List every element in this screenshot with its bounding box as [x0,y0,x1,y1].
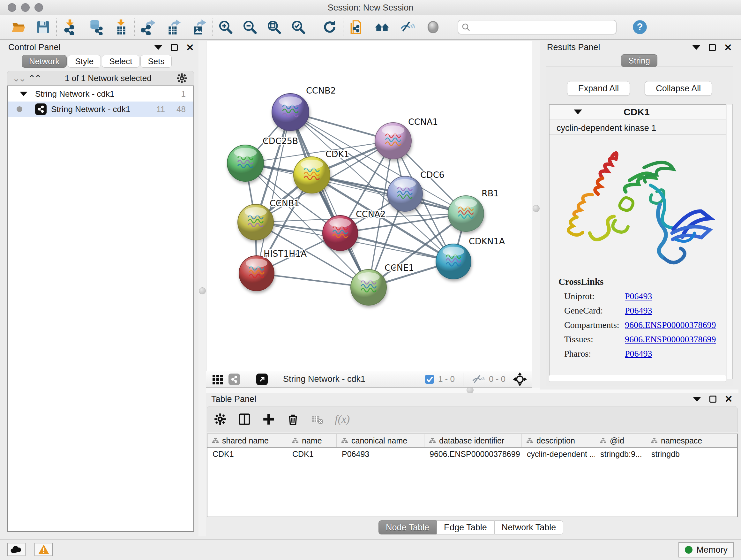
crosslink-link[interactable]: 9606.ENSP00000378699 [625,320,716,330]
panel-float-icon[interactable] [710,395,717,402]
network-canvas[interactable]: CCNB2CCNA1CDC25BCDK1CDC6RB1CCNB1CCNA2CDK… [206,41,532,371]
column-header-database-identifier[interactable]: database identifier [424,434,522,447]
network-options-gear-icon[interactable] [176,72,188,84]
save-session-button[interactable] [33,17,53,37]
zoom-fit-button[interactable] [264,17,284,37]
import-network-database-button[interactable] [85,17,105,37]
open-session-button[interactable] [9,17,29,37]
refresh-button[interactable] [320,17,340,37]
expand-all-networks-icon[interactable]: ⌃⌃ [28,73,41,84]
panel-menu-icon[interactable] [693,397,701,401]
tab-network[interactable]: Network [22,55,67,68]
tab-sets[interactable]: Sets [140,55,172,68]
divider-handle[interactable] [467,387,474,394]
delete-column-icon[interactable] [286,413,300,426]
string-network-icon [35,104,47,115]
import-table-button[interactable] [111,17,131,37]
zoom-in-button[interactable] [216,17,235,37]
import-network-file-button[interactable] [60,17,80,37]
panel-float-icon[interactable] [709,44,716,51]
export-table-button[interactable] [163,17,183,37]
cloud-button[interactable] [7,543,25,556]
grid-view-icon[interactable] [211,373,224,386]
panel-float-icon[interactable] [171,44,178,51]
left-panel-divider[interactable] [199,41,206,537]
tab-string[interactable]: String [621,54,657,67]
add-column-icon[interactable] [262,413,275,426]
column-header-description[interactable]: description [522,434,595,447]
divider-handle[interactable] [533,205,540,212]
warning-icon [38,544,50,555]
toolbar-separator [56,18,57,36]
warning-button[interactable] [35,543,53,556]
table-cell[interactable]: stringdb:9... [595,448,646,460]
memory-button[interactable]: Memory [678,542,734,557]
results-horizontal-scrollbar[interactable] [549,375,726,382]
collection-expand-icon[interactable] [20,91,27,96]
selected-checkbox-icon[interactable] [425,374,434,384]
column-header-canonical-name[interactable]: canonical name [337,434,424,447]
collapse-all-networks-icon[interactable]: ⌄⌄ [12,73,25,84]
tab-network-table[interactable]: Network Table [494,520,563,535]
export-network-button[interactable] [138,17,158,37]
panel-menu-icon[interactable] [154,45,162,50]
network-node-CDKN1A[interactable]: CDKN1A [436,236,505,279]
help-button[interactable]: ? [630,17,650,37]
birds-eye-toggle-icon[interactable] [513,372,527,387]
network-collection-row[interactable]: String Network - cdk1 1 [8,86,193,102]
table-cell[interactable]: CDK1 [207,448,287,460]
network-edge[interactable] [290,112,368,287]
table-cell[interactable]: cyclin-dependent ... [522,448,595,460]
hide-unhide-button[interactable] [398,17,417,37]
network-node-CDC6[interactable]: CDC6 [387,170,445,211]
zoom-out-button[interactable] [240,17,260,37]
show-columns-icon[interactable] [238,413,251,426]
network-node-HIST1H1A[interactable]: HIST1H1A [239,249,307,291]
table-options-gear-icon[interactable] [213,413,227,426]
clone-network-button[interactable] [347,17,366,37]
crosslink-link[interactable]: P06493 [625,349,652,359]
node-table[interactable]: shared namenamecanonical namedatabase id… [207,434,738,517]
column-header--id[interactable]: @id [595,434,646,447]
column-header-namespace[interactable]: namespace [646,434,738,447]
string-network-graph[interactable]: CCNB2CCNA1CDC25BCDK1CDC6RB1CCNB1CCNA2CDK… [206,41,533,371]
crosslink-link[interactable]: P06493 [625,306,652,316]
table-cell[interactable]: CDK1 [287,448,337,460]
panel-close-icon[interactable]: ✕ [724,44,732,51]
network-node-CDC25B[interactable]: CDC25B [227,136,298,181]
table-cell[interactable]: P06493 [337,448,424,460]
network-node-CCNA1[interactable]: CCNA1 [375,117,438,159]
panel-menu-icon[interactable] [692,45,700,50]
crosslink-link[interactable]: P06493 [625,291,652,301]
open-in-window-icon[interactable] [256,374,268,385]
show-all-button[interactable] [423,17,443,37]
network-node-CCNB1[interactable]: CCNB1 [238,198,300,240]
hidden-eye-icon[interactable] [472,374,485,385]
search-input[interactable] [458,20,616,35]
gene-collapse-icon[interactable] [574,110,582,114]
panel-close-icon[interactable]: ✕ [186,44,194,51]
divider-handle[interactable] [199,287,206,294]
network-share-icon[interactable] [228,374,240,385]
network-node-RB1[interactable]: RB1 [448,188,499,232]
column-header-shared-name[interactable]: shared name [207,434,287,447]
results-scrollbar[interactable] [727,104,733,379]
panel-close-icon[interactable]: ✕ [725,395,733,402]
gene-section-header[interactable]: CDK1 [549,105,726,119]
network-node-CCNB2[interactable]: CCNB2 [272,85,336,131]
network-row[interactable]: String Network - cdk1 11 48 [8,102,193,117]
column-header-name[interactable]: name [287,434,337,447]
table-cell[interactable]: 9606.ENSP00000378699 [424,448,522,460]
home-button[interactable] [372,17,392,37]
tab-node-table[interactable]: Node Table [379,520,436,535]
table-row[interactable]: CDK1CDK1P064939606.ENSP00000378699cyclin… [207,448,737,460]
collapse-all-button[interactable]: Collapse All [645,81,712,96]
export-image-button[interactable] [189,17,209,37]
table-cell[interactable]: stringdb [646,448,738,460]
zoom-selected-button[interactable] [288,17,308,37]
tab-select[interactable]: Select [102,55,139,68]
tab-edge-table[interactable]: Edge Table [436,520,494,535]
tab-style[interactable]: Style [68,55,101,68]
crosslink-link[interactable]: 9606.ENSP00000378699 [625,334,716,345]
expand-all-button[interactable]: Expand All [567,81,630,96]
